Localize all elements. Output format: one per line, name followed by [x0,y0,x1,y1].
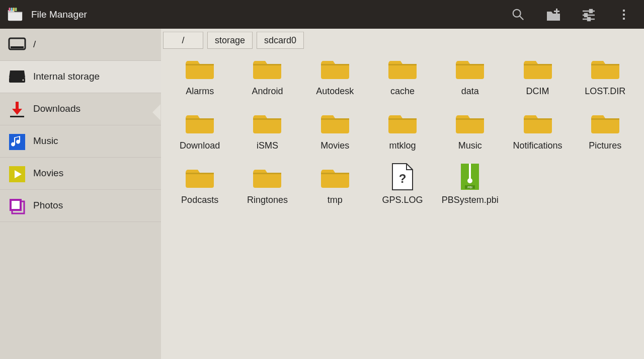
unknown-file-icon [388,163,417,191]
folder-icon [186,163,214,191]
folder-icon [591,108,619,136]
folder-item[interactable]: tmp [301,163,369,217]
sidebar-selected-pointer-icon [152,104,160,120]
breadcrumb-segment[interactable]: / [163,32,203,49]
sidebar: / Internal storage Downloads Music Movie… [0,29,161,359]
search-button[interactable] [504,1,532,29]
item-label: mtklog [389,140,416,151]
folder-icon [253,54,281,82]
item-label: Android [252,86,283,97]
folder-icon [186,54,214,82]
folder-icon [524,108,552,136]
folder-icon [524,54,552,82]
folder-item[interactable]: LOST.DIR [572,54,639,108]
movies-icon [8,165,26,183]
breadcrumb-segment[interactable]: sdcard0 [257,32,304,49]
item-label: Ringtones [247,195,288,205]
folder-item[interactable]: Ringtones [233,163,301,217]
folder-item[interactable]: data [436,54,504,108]
folder-icon [456,108,484,136]
item-label: Music [458,140,482,151]
folder-item[interactable]: DCIM [504,54,571,108]
folder-icon [253,163,281,191]
sidebar-item-label: Downloads [33,103,80,115]
sidebar-item-photos[interactable]: Photos [0,190,161,222]
sidebar-item-internal[interactable]: Internal storage [0,61,161,93]
sidebar-item-label: Movies [33,168,63,179]
item-label: GPS.LOG [382,195,423,205]
file-item[interactable]: PBSystem.pbi [436,163,504,217]
sidebar-item-movies[interactable]: Movies [0,158,161,190]
folder-icon [388,108,417,136]
item-label: PBSystem.pbi [442,195,499,205]
folder-item[interactable]: Notifications [504,108,571,163]
folder-item[interactable]: Movies [301,108,369,163]
item-label: data [461,86,479,97]
settings-sliders-button[interactable] [575,1,603,29]
photos-icon [8,197,26,215]
item-label: tmp [328,195,343,205]
download-icon [8,100,26,118]
sidebar-item-music[interactable]: Music [0,125,161,158]
folder-item[interactable]: Alarms [166,54,233,108]
item-label: Download [180,140,220,151]
music-icon [8,132,26,151]
overflow-menu-button[interactable] [610,1,638,29]
folder-icon [321,54,349,82]
item-label: cache [390,86,415,97]
sd-icon [8,36,26,54]
folder-item[interactable]: Pictures [572,108,639,163]
breadcrumb: /storagesdcard0 [161,29,644,50]
item-label: Alarms [186,86,214,97]
sidebar-item-label: / [33,39,36,50]
folder-item[interactable]: cache [369,54,436,108]
file-item[interactable]: GPS.LOG [369,163,436,217]
folder-item[interactable]: mtklog [369,108,436,163]
folder-item[interactable]: Music [436,108,504,163]
item-label: LOST.DIR [585,86,625,97]
item-label: Pictures [589,140,621,151]
sidebar-item-label: Internal storage [33,71,100,83]
item-label: Movies [320,140,349,151]
app-title: File Manager [31,9,87,20]
folder-icon [456,54,484,82]
folder-item[interactable]: Podcasts [166,163,233,217]
item-label: Podcasts [181,195,218,205]
folder-icon [186,108,214,136]
file-grid: Alarms Android Autodesk cache data DCIM … [161,50,644,359]
disk-icon [8,68,26,86]
folder-item[interactable]: Download [166,108,233,163]
new-folder-button[interactable] [539,1,568,29]
item-label: Autodesk [316,86,354,97]
sidebar-item-root[interactable]: / [0,29,161,61]
item-label: iSMS [257,140,278,151]
app-topbar: File Manager [0,0,644,29]
folder-item[interactable]: iSMS [233,108,301,163]
folder-item[interactable]: Android [233,54,301,108]
item-label: DCIM [526,86,549,97]
sidebar-item-downloads[interactable]: Downloads [0,93,161,125]
content-pane: /storagesdcard0 Alarms Android Autodesk … [161,29,644,359]
sidebar-item-label: Music [33,135,58,147]
item-label: Notifications [513,140,562,151]
folder-icon [591,54,619,82]
app-icon [6,6,24,23]
folder-icon [253,108,281,136]
folder-icon [388,54,417,82]
archive-file-icon [456,163,484,191]
breadcrumb-segment[interactable]: storage [207,32,253,49]
sidebar-item-label: Photos [33,200,63,211]
folder-icon [321,108,349,136]
folder-item[interactable]: Autodesk [301,54,369,108]
folder-icon [321,163,349,191]
